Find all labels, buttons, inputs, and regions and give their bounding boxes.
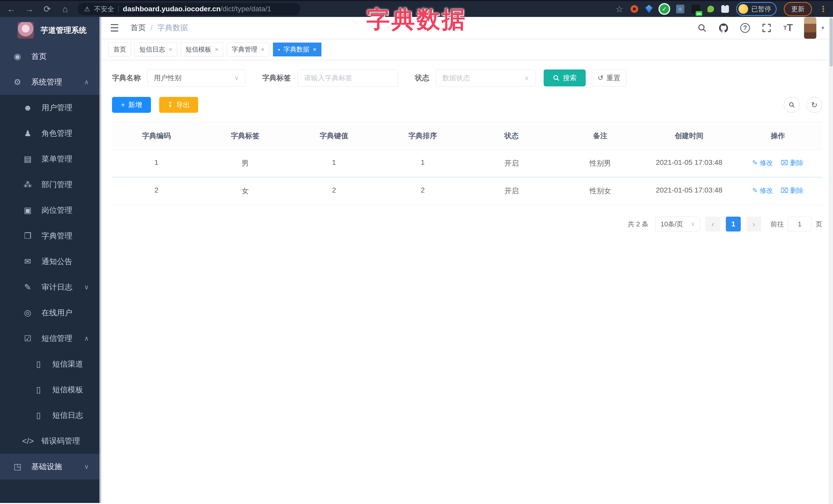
sidebar-scrollbar[interactable] bbox=[99, 17, 101, 503]
next-page-button[interactable]: › bbox=[746, 217, 761, 232]
scrollbar-thumb[interactable] bbox=[830, 18, 833, 67]
status-label: 状态 bbox=[415, 73, 429, 83]
monitor-icon: ◳ bbox=[12, 462, 23, 472]
browser-home-icon[interactable]: ⌂ bbox=[60, 4, 71, 14]
sidebar-item-positions[interactable]: ▣ 岗位管理 bbox=[0, 197, 101, 223]
profile-paused-chip[interactable]: 已暂停 bbox=[736, 2, 777, 16]
tab-sms-log[interactable]: 短信日志× bbox=[135, 43, 177, 56]
breadcrumb-home[interactable]: 首页 bbox=[130, 23, 146, 33]
extension-green-check-icon[interactable]: ✓ bbox=[660, 4, 669, 14]
delete-link[interactable]: ⌧ 删除 bbox=[781, 159, 804, 167]
close-icon[interactable]: × bbox=[169, 46, 172, 53]
close-icon[interactable]: × bbox=[313, 46, 316, 53]
extension-stats-icon[interactable]: ◆ bbox=[676, 5, 684, 13]
edit-icon: ✎ bbox=[752, 159, 758, 167]
sidebar-item-roles[interactable]: ♟ 角色管理 bbox=[0, 120, 101, 146]
cell-label: 男 bbox=[201, 150, 289, 177]
extension-green-leaf-icon[interactable] bbox=[708, 6, 714, 12]
search-icon[interactable] bbox=[696, 22, 708, 33]
sidebar-item-sms[interactable]: ☑ 短信管理 ∧ bbox=[0, 326, 101, 351]
on-badge: on bbox=[696, 11, 702, 16]
sidebar-item-infrastructure[interactable]: ◳ 基础设施 ∨ bbox=[0, 454, 101, 479]
extension-blue-gem-icon[interactable] bbox=[645, 5, 652, 13]
refresh-button[interactable]: ↻ bbox=[806, 97, 822, 113]
page-1-button[interactable]: 1 bbox=[726, 217, 741, 232]
fullscreen-icon[interactable] bbox=[761, 22, 772, 33]
sidebar-item-home[interactable]: ◉ 首页 bbox=[0, 44, 101, 69]
sidebar-item-audit-log[interactable]: ✎ 审计日志 ∨ bbox=[0, 274, 101, 300]
cell-actions: ✎ 修改 ⌧ 删除 bbox=[734, 150, 822, 177]
goto-page-input[interactable] bbox=[788, 217, 811, 232]
sidebar-item-sms-template[interactable]: ▯ 短信模板 bbox=[0, 377, 101, 403]
address-bar[interactable]: ⚠ 不安全 dashboard.yudao.iocoder.cn/dict/ty… bbox=[77, 3, 301, 15]
add-button[interactable]: + 新增 bbox=[112, 97, 151, 113]
sidebar-item-label: 部门管理 bbox=[42, 179, 72, 190]
cell-value: 1 bbox=[290, 150, 378, 177]
table-header-row: 字典编码 字典标签 字典键值 字典排序 状态 备注 创建时间 操作 bbox=[112, 122, 822, 150]
extension-orange-icon[interactable] bbox=[630, 5, 638, 13]
app-title: 芋道管理系统 bbox=[41, 25, 87, 35]
sidebar-item-label: 审计日志 bbox=[42, 282, 72, 292]
col-header: 状态 bbox=[467, 122, 556, 149]
sidebar-item-online-users[interactable]: ◎ 在线用户 bbox=[0, 300, 101, 326]
toggle-search-button[interactable] bbox=[784, 97, 800, 113]
sidebar-item-notices[interactable]: ✉ 通知公告 bbox=[0, 249, 101, 274]
sidebar-item-label: 岗位管理 bbox=[42, 205, 72, 216]
export-button[interactable]: ↧ 导出 bbox=[159, 97, 198, 113]
table-toolbar: + 新增 ↧ 导出 ↻ bbox=[112, 97, 822, 113]
tab-sms-template[interactable]: 短信模板× bbox=[181, 43, 223, 56]
sidebar-toggle-icon[interactable]: ☰ bbox=[110, 22, 119, 34]
browser-update-button[interactable]: 更新 bbox=[784, 2, 812, 16]
sidebar-item-departments[interactable]: ⁂ 部门管理 bbox=[0, 172, 101, 197]
code-icon: </> bbox=[22, 436, 33, 446]
sidebar-item-menus[interactable]: ▤ 菜单管理 bbox=[0, 146, 101, 172]
help-icon[interactable]: ? bbox=[739, 22, 751, 33]
font-size-icon[interactable]: TT bbox=[783, 22, 794, 33]
cell-label: 女 bbox=[201, 177, 289, 205]
sidebar-item-error-codes[interactable]: </> 错误码管理 bbox=[0, 428, 101, 454]
sidebar-item-dictionary[interactable]: ❐ 字典管理 bbox=[0, 223, 101, 249]
edit-link[interactable]: ✎ 修改 bbox=[752, 159, 773, 167]
browser-reload-icon[interactable]: ⟳ bbox=[42, 4, 53, 14]
extensions-row: ☆ ✓ ◆ on 已暂停 更新 ⋮ bbox=[616, 2, 827, 16]
extensions-puzzle-icon[interactable] bbox=[721, 5, 729, 13]
status-select[interactable]: 数据状态 ∨ bbox=[436, 69, 536, 87]
edit-link[interactable]: ✎ 修改 bbox=[752, 187, 773, 194]
close-icon[interactable]: × bbox=[261, 46, 264, 53]
phone-icon: ▯ bbox=[33, 385, 44, 394]
sidebar-item-label: 通知公告 bbox=[42, 256, 72, 267]
user-icon: ☻ bbox=[22, 103, 33, 113]
window-scrollbar[interactable] bbox=[829, 17, 833, 504]
page-size-select[interactable]: 10条/页 ∨ bbox=[656, 217, 700, 232]
delete-link[interactable]: ⌧ 删除 bbox=[781, 187, 804, 194]
close-icon[interactable]: × bbox=[215, 46, 218, 53]
search-button[interactable]: 搜索 bbox=[544, 70, 586, 87]
sidebar-item-sms-channel[interactable]: ▯ 短信渠道 bbox=[0, 351, 101, 377]
goto-page: 前往 页 bbox=[770, 217, 822, 232]
prev-page-button[interactable]: ‹ bbox=[705, 217, 720, 232]
dict-name-select[interactable]: 用户性别 ∨ bbox=[147, 69, 245, 87]
dict-label-field-wrap bbox=[298, 69, 398, 87]
browser-forward-icon[interactable]: → bbox=[24, 4, 35, 14]
logo-row[interactable]: 芋道管理系统 bbox=[0, 17, 101, 44]
tab-dict-data[interactable]: ●字典数据× bbox=[273, 43, 321, 56]
avatar-caret-icon[interactable]: ▾ bbox=[822, 25, 824, 31]
col-header: 备注 bbox=[556, 122, 645, 149]
col-header: 操作 bbox=[734, 122, 822, 149]
user-avatar[interactable] bbox=[804, 17, 816, 39]
dict-label-input[interactable] bbox=[304, 74, 391, 82]
sidebar-item-sms-log[interactable]: ▯ 短信日志 bbox=[0, 403, 101, 428]
col-header: 字典排序 bbox=[378, 122, 467, 149]
browser-back-icon[interactable]: ← bbox=[6, 4, 17, 14]
sidebar-item-system[interactable]: ⚙ 系统管理 ∧ bbox=[0, 69, 101, 95]
extension-dark-icon[interactable]: on bbox=[691, 5, 700, 13]
browser-menu-icon[interactable]: ⋮ bbox=[819, 4, 827, 14]
tab-dict-manage[interactable]: 字典管理× bbox=[227, 43, 269, 56]
breadcrumb-separator: / bbox=[150, 24, 152, 32]
github-icon[interactable] bbox=[718, 22, 729, 33]
total-count: 共 2 条 bbox=[628, 220, 648, 229]
sidebar-item-users[interactable]: ☻ 用户管理 bbox=[0, 95, 101, 120]
reset-button[interactable]: ↺ 重置 bbox=[592, 70, 626, 87]
tab-home[interactable]: 首页 bbox=[109, 43, 131, 56]
bookmark-star-icon[interactable]: ☆ bbox=[616, 4, 623, 14]
